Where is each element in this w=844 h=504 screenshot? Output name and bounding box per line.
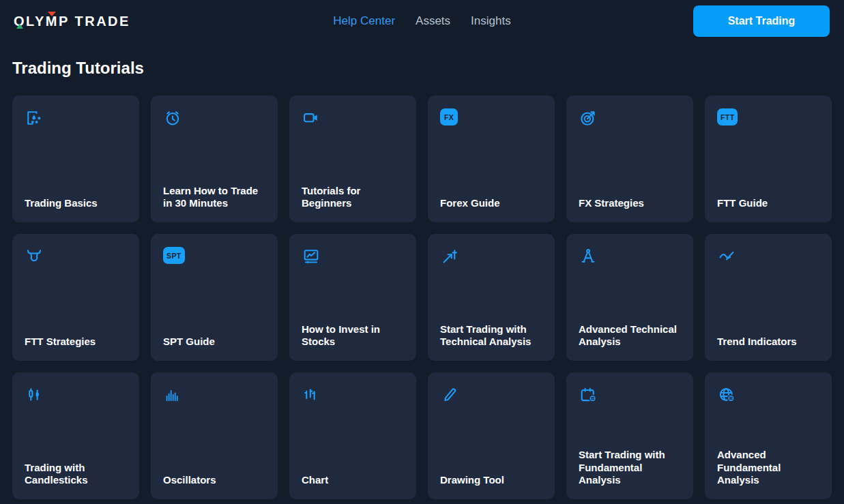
video-camera-icon bbox=[302, 108, 404, 128]
tutorial-card-title: FX Strategies bbox=[579, 197, 681, 210]
top-bar: OLYMP TRADE Help Center Assets Insights … bbox=[0, 0, 844, 42]
nav-insights[interactable]: Insights bbox=[471, 14, 511, 28]
fx-badge-icon: FX bbox=[440, 108, 542, 128]
tutorial-card-title: Advanced Fundamental Analysis bbox=[717, 449, 819, 487]
page-title: Trading Tutorials bbox=[12, 60, 832, 76]
target-arrow-icon bbox=[579, 108, 681, 128]
tutorial-card[interactable]: SPT SPT Guide bbox=[151, 234, 278, 361]
histogram-icon bbox=[163, 385, 265, 404]
ftt-badge-icon: FTT bbox=[717, 108, 819, 128]
tutorial-card-title: Forex Guide bbox=[440, 197, 542, 210]
bull-icon bbox=[25, 247, 127, 266]
globe-badge-icon bbox=[717, 385, 819, 404]
tutorial-card-title: Trading Basics bbox=[25, 197, 127, 210]
spt-badge-icon-label: SPT bbox=[163, 247, 185, 264]
tutorial-card-title: Tutorials for Beginners bbox=[302, 185, 404, 211]
brand-logo[interactable]: OLYMP TRADE bbox=[14, 14, 130, 29]
trend-lines-icon bbox=[717, 247, 819, 266]
alarm-clock-icon bbox=[163, 108, 265, 128]
tutorial-card-title: Advanced Technical Analysis bbox=[579, 323, 681, 349]
calendar-badge-icon bbox=[579, 385, 681, 404]
tutorial-card-title: Chart bbox=[302, 474, 404, 487]
tutorial-card[interactable]: Drawing Tool bbox=[428, 372, 555, 499]
tutorial-card-title: Learn How to Trade in 30 Minutes bbox=[163, 185, 265, 211]
tutorial-card-title: SPT Guide bbox=[163, 336, 265, 349]
board-shapes-icon bbox=[25, 108, 127, 128]
tutorial-card[interactable]: Chart bbox=[289, 372, 416, 499]
spt-badge-icon: SPT bbox=[163, 247, 265, 266]
logo-down-triangle-icon bbox=[48, 12, 56, 16]
fx-badge-icon-label: FX bbox=[440, 108, 458, 125]
monitor-chart-icon bbox=[302, 247, 404, 266]
ftt-badge-icon-label: FTT bbox=[717, 108, 738, 125]
tutorials-grid: Trading Basics Learn How to Trade in 30 … bbox=[12, 95, 832, 499]
tutorial-card-title: FTT Strategies bbox=[25, 336, 127, 349]
tutorial-card[interactable]: Start Trading with Fundamental Analysis bbox=[566, 372, 693, 499]
tutorial-card[interactable]: Tutorials for Beginners bbox=[289, 95, 416, 222]
start-trading-button[interactable]: Start Trading bbox=[693, 5, 830, 37]
tutorial-card-title: FTT Guide bbox=[717, 197, 819, 210]
logo-up-triangle-icon bbox=[16, 24, 23, 29]
candlesticks-icon bbox=[25, 385, 127, 404]
tutorial-card-title: Trading with Candlesticks bbox=[25, 462, 127, 488]
arrow-to-level-icon bbox=[440, 247, 542, 266]
nav-assets[interactable]: Assets bbox=[416, 14, 450, 28]
chart-bars-icon bbox=[302, 385, 404, 404]
brand-logo-text: OLYMP TRADE bbox=[14, 14, 130, 29]
tutorial-card-title: Drawing Tool bbox=[440, 474, 542, 487]
tutorial-card[interactable]: Learn How to Trade in 30 Minutes bbox=[151, 95, 278, 222]
tutorial-card[interactable]: Trading with Candlesticks bbox=[12, 372, 139, 499]
drafting-compass-icon bbox=[579, 247, 681, 266]
tutorial-card[interactable]: FTT Strategies bbox=[12, 234, 139, 361]
tutorial-card[interactable]: Trading Basics bbox=[12, 95, 139, 222]
tutorial-card-title: Oscillators bbox=[163, 474, 265, 487]
tutorial-card[interactable]: Start Trading with Technical Analysis bbox=[428, 234, 555, 361]
tutorial-card[interactable]: Oscillators bbox=[151, 372, 278, 499]
main-nav: Help Center Assets Insights bbox=[333, 14, 510, 28]
tutorial-card-title: How to Invest in Stocks bbox=[302, 323, 404, 349]
nav-help-center[interactable]: Help Center bbox=[333, 14, 395, 28]
tutorial-card[interactable]: Advanced Technical Analysis bbox=[566, 234, 693, 361]
tutorial-card-title: Start Trading with Technical Analysis bbox=[440, 323, 542, 349]
tutorial-card[interactable]: FX Forex Guide bbox=[428, 95, 555, 222]
tutorial-card-title: Trend Indicators bbox=[717, 336, 819, 349]
tutorial-card[interactable]: How to Invest in Stocks bbox=[289, 234, 416, 361]
pencil-icon bbox=[440, 385, 542, 404]
tutorial-card[interactable]: Advanced Fundamental Analysis bbox=[705, 372, 832, 499]
tutorial-card[interactable]: FTT FTT Guide bbox=[705, 95, 832, 222]
tutorial-card-title: Start Trading with Fundamental Analysis bbox=[579, 449, 681, 487]
tutorial-card[interactable]: FX Strategies bbox=[566, 95, 693, 222]
tutorial-card[interactable]: Trend Indicators bbox=[705, 234, 832, 361]
